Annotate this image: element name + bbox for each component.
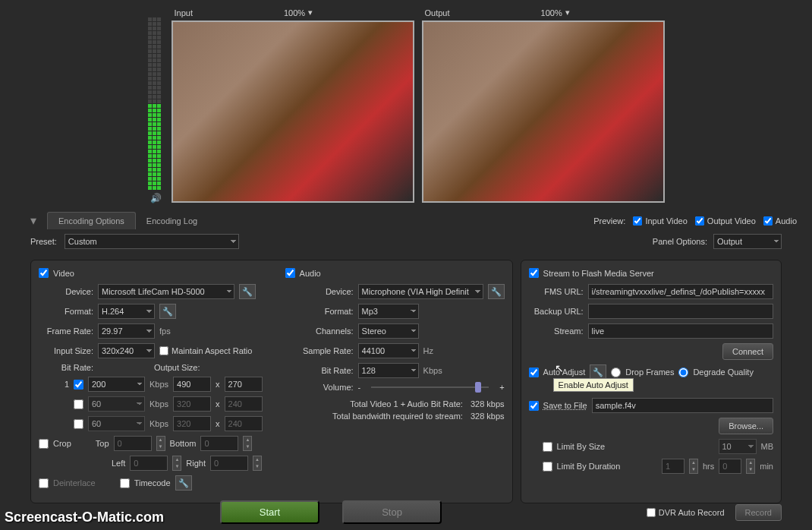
panel-options-select[interactable]: Output (713, 234, 782, 249)
output-preview (422, 21, 665, 203)
tab-encoding-options[interactable]: Encoding Options (47, 212, 136, 229)
audio-device-select[interactable]: Microphone (VIA High Definition (358, 284, 483, 299)
volume-minus[interactable]: - (358, 383, 361, 392)
video-format-select[interactable]: H.264 (98, 304, 155, 319)
audio-bitrate-select[interactable]: 128 (358, 363, 419, 378)
volume-plus[interactable]: + (499, 383, 504, 392)
fms-url-input[interactable] (588, 284, 773, 299)
outw3-input (173, 416, 211, 431)
drop-frames-label: Drop Frames (625, 368, 674, 377)
output-label: Output (425, 8, 450, 17)
limit-size-label: Limit By Size (557, 442, 606, 451)
outh1-input[interactable] (225, 377, 263, 392)
audio-checkbox[interactable]: Audio (763, 216, 797, 226)
chevron-down-icon: ▾ (565, 8, 570, 17)
video-device-label: Device: (39, 287, 93, 296)
crop-checkbox[interactable] (39, 439, 49, 449)
crop-label: Crop (53, 439, 71, 448)
browse-button[interactable]: Browse... (719, 418, 773, 434)
channels-select[interactable]: Stereo (358, 323, 419, 339)
input-video-checkbox[interactable]: Input Video (633, 216, 687, 226)
record-button[interactable]: Record (735, 504, 782, 521)
auto-adjust-checkbox[interactable] (529, 368, 539, 377)
save-to-file-checkbox[interactable] (529, 401, 539, 411)
inputsize-select[interactable]: 320x240 (98, 343, 155, 358)
fms-url-label: FMS URL: (529, 287, 584, 296)
preview-toggle-label: Preview: (593, 216, 625, 226)
output-zoom[interactable]: 100% ▾ (541, 8, 570, 17)
crop-right-spinner: ▲▼ (253, 456, 262, 471)
hz-unit: Hz (423, 346, 433, 355)
crop-top-spinner: ▲▼ (156, 436, 165, 451)
degrade-quality-radio[interactable] (678, 368, 688, 377)
wrench-icon[interactable]: 🔧 (590, 364, 606, 380)
collapse-chevron-icon[interactable]: ▾ (30, 213, 36, 228)
outw2-input (173, 396, 211, 412)
chevron-down-icon: ▾ (308, 8, 313, 17)
limit-size-checkbox[interactable] (543, 442, 552, 452)
audio-section-checkbox[interactable] (285, 268, 295, 278)
bitrate-row2-select: 60 (88, 396, 145, 412)
inputsize-label: Input Size: (39, 346, 93, 355)
audio-vu-meter (148, 8, 161, 190)
bitrate-row2-checkbox[interactable] (74, 399, 83, 409)
framerate-select[interactable]: 29.97 (98, 323, 155, 339)
deinterlace-checkbox[interactable] (39, 478, 49, 488)
volume-label: Volume: (285, 383, 354, 392)
samplerate-select[interactable]: 44100 (358, 343, 419, 358)
hrs-spinner: ▲▼ (689, 459, 698, 474)
stream-section-label: Stream to Flash Media Server (543, 269, 654, 278)
wrench-icon[interactable]: 🔧 (239, 284, 256, 299)
outw1-input[interactable] (173, 377, 211, 392)
bitrate-row-index: 1 (39, 380, 69, 389)
wrench-icon[interactable]: 🔧 (159, 304, 176, 319)
bitrate-row3-select: 60 (88, 416, 145, 431)
maintain-aspect-checkbox[interactable]: Maintain Aspect Ratio (159, 346, 252, 355)
video-section-label: Video (53, 269, 74, 278)
limit-min-input (719, 459, 741, 474)
limit-duration-label: Limit By Duration (557, 462, 621, 471)
connect-button[interactable]: Connect (722, 343, 773, 360)
crop-bottom-input (200, 436, 238, 451)
mb-unit: MB (761, 442, 774, 451)
preset-select[interactable]: Custom (65, 234, 239, 249)
bitrate-row1-select[interactable]: 200 (88, 377, 145, 392)
limit-size-select: 10 (719, 439, 757, 454)
timecode-checkbox[interactable] (120, 478, 130, 488)
panel-options-label: Panel Options: (653, 237, 707, 246)
stop-button[interactable]: Stop (342, 500, 442, 524)
timecode-label: Timecode (134, 478, 171, 487)
stream-section-checkbox[interactable] (529, 268, 539, 278)
degrade-quality-label: Degrade Quality (693, 368, 754, 377)
crop-left-input (130, 456, 168, 471)
volume-slider[interactable] (371, 386, 489, 388)
wrench-icon[interactable]: 🔧 (175, 475, 192, 491)
video-section-checkbox[interactable] (39, 268, 49, 278)
tab-encoding-log[interactable]: Encoding Log (136, 213, 208, 229)
watermark: Screencast-O-Matic.com (5, 509, 164, 525)
auto-adjust-label: Auto Adjust (543, 368, 586, 377)
outh3-input (225, 416, 263, 431)
audio-format-label: Format: (285, 307, 354, 316)
crop-top-input (114, 436, 152, 451)
limit-duration-checkbox[interactable] (543, 462, 552, 472)
preset-label: Preset: (30, 237, 57, 246)
filename-input[interactable] (592, 398, 773, 413)
input-zoom[interactable]: 100% ▾ (284, 8, 313, 17)
auto-adjust-tooltip: Enable Auto Adjust (553, 378, 634, 392)
bitrate-row1-checkbox[interactable] (74, 380, 83, 390)
output-video-checkbox[interactable]: Output Video (695, 216, 756, 226)
video-device-select[interactable]: Microsoft LifeCam HD-5000 (98, 284, 234, 299)
start-button[interactable]: Start (220, 500, 319, 524)
drop-frames-radio[interactable] (611, 368, 621, 377)
fps-unit: fps (159, 327, 171, 336)
dvr-auto-record-checkbox[interactable]: DVR Auto Record (647, 508, 725, 517)
total-bw-label: Total bandwidth required to stream: (332, 412, 463, 421)
backup-url-input[interactable] (588, 304, 773, 319)
wrench-icon[interactable]: 🔧 (488, 284, 505, 299)
bitrate-label: Bit Rate: (39, 363, 93, 372)
stream-input[interactable] (588, 323, 773, 339)
audio-format-select[interactable]: Mp3 (358, 304, 419, 319)
bitrate-row3-checkbox[interactable] (74, 419, 83, 429)
speaker-icon[interactable]: 🔊 (150, 193, 162, 203)
